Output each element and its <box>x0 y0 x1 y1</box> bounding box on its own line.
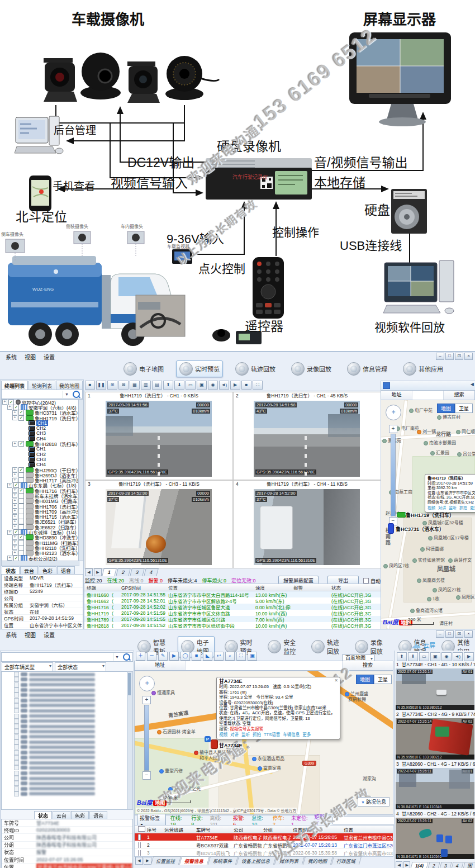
zoom-out-icon[interactable]: − <box>142 771 151 780</box>
video-toolbar-icon[interactable]: ❚❚ <box>96 381 106 390</box>
expand-icon[interactable] <box>12 488 17 493</box>
map-toolbar-icon[interactable]: ⛶ <box>236 652 246 661</box>
pager-right-icon[interactable]: ▶ <box>94 568 102 576</box>
tree-item[interactable]: CH3 <box>2 431 79 436</box>
expand-icon[interactable] <box>12 504 17 509</box>
video-toolbar-icon[interactable]: ▤ <box>152 381 162 390</box>
expand-icon[interactable] <box>12 540 17 545</box>
vehicle-list-item[interactable] <box>2 708 127 713</box>
bottom-tab[interactable]: 媒体列表 <box>274 856 305 865</box>
map-view[interactable]: ✛ + − 地图 卫星 恒通家具青兰高速石源园林·烤全羊榆中县人民法院和平人民法… <box>134 671 393 815</box>
expand-icon[interactable] <box>7 530 12 535</box>
video-toolbar-icon[interactable]: ▭ <box>419 652 429 661</box>
popup-link[interactable]: TTS语音 <box>264 732 280 737</box>
table-row[interactable]: 鲁HH1789（2017-09-28 14:51:55 山东省济宁市任城区任兴路… <box>84 616 381 622</box>
checkbox[interactable] <box>14 791 19 796</box>
video-thumbnail[interactable]: 1甘A7734E - CH1 - 4G - 10 KB/S / 759 KB 2… <box>395 661 475 710</box>
map-toolbar-icon[interactable]: － <box>147 652 156 661</box>
address-button[interactable]: 地址 <box>135 661 186 670</box>
tabs-right-icon[interactable]: ▶ <box>144 857 151 865</box>
tree-item[interactable]: 泰松公司(2/2) <box>2 556 79 561</box>
video-toolbar-icon[interactable]: ◄) <box>453 652 463 661</box>
map-toolbar-icon[interactable]: ◣ <box>203 652 212 661</box>
map-zoom-slider[interactable]: + − <box>390 425 397 525</box>
video-toolbar-icon[interactable]: ⛶ <box>253 381 263 390</box>
expand-icon[interactable] <box>7 556 12 561</box>
toolbar-button[interactable]: 信息管理 <box>344 361 391 377</box>
map-toolbar-icon[interactable]: ◯ <box>180 652 190 661</box>
map-toolbar-icon[interactable]: ＋ <box>136 652 145 661</box>
collapse-icon[interactable]: ◀ <box>471 382 474 387</box>
video-toolbar-icon[interactable]: ▥ <box>141 381 151 390</box>
map-mode-button[interactable]: 地图 <box>356 675 374 684</box>
map-view[interactable]: ✛ + − 地图 卫星 电厂中苑博古庄村电厂南苑刘一锅龙行路同仁顺科医院景嘉苑南… <box>381 400 475 629</box>
video-toolbar-icon[interactable]: ⊠ <box>118 381 129 390</box>
checkbox[interactable] <box>14 734 19 739</box>
vehicle-list-item[interactable] <box>2 755 127 760</box>
video-toolbar-icon[interactable]: ⊞ <box>107 381 117 390</box>
video-toolbar-icon[interactable]: ◄) <box>219 381 229 390</box>
vehicle-list-item[interactable] <box>2 750 127 755</box>
vehicle-marker-green[interactable] <box>397 512 406 518</box>
video-toolbar-icon[interactable]: ▣ <box>430 652 440 661</box>
window-control-button[interactable]: – <box>436 353 444 360</box>
vehicle-list-item[interactable] <box>2 729 127 734</box>
checkbox[interactable] <box>14 765 19 770</box>
checkbox[interactable] <box>18 415 24 421</box>
expand-icon[interactable] <box>7 405 12 410</box>
expand-icon[interactable] <box>12 524 17 529</box>
checkbox[interactable] <box>14 776 19 781</box>
map-pan-control[interactable]: ✛ <box>139 676 155 691</box>
table-row[interactable]: 鲁HH1719（2017-09-28 14:51:59 山东省济宁市市中区文体南… <box>84 610 381 616</box>
close-icon[interactable]: ✕ <box>334 678 338 683</box>
window-control-button[interactable]: × <box>464 353 473 360</box>
video-toolbar-icon[interactable]: ▦ <box>130 381 140 390</box>
expand-icon[interactable] <box>2 400 7 405</box>
alarm-table-row[interactable]: 1 甘A7734E陕西春晖电子 陕西春晖电子2022-07-07 15:26:0… <box>135 833 393 841</box>
pager-tab[interactable]: 2 <box>116 568 131 576</box>
satellite-mode-button[interactable]: 卫星 <box>455 404 473 413</box>
video-toolbar-icon[interactable]: ◉ <box>441 652 452 661</box>
checkbox[interactable] <box>14 729 19 734</box>
video-toolbar-icon[interactable]: ▶ <box>230 381 240 390</box>
window-control-button[interactable]: ⊡ <box>455 353 463 360</box>
vehicle-list-item[interactable] <box>2 692 127 698</box>
video-toolbar-icon[interactable]: ◉ <box>208 381 218 390</box>
expand-icon[interactable] <box>12 509 17 514</box>
table-row[interactable]: 鲁HH1660（2017-09-28 14:51:55 山东省济宁市市中区太白西… <box>84 591 381 597</box>
map-toolbar-icon[interactable]: ✎ <box>158 652 168 661</box>
video-toolbar-icon[interactable]: ■ <box>85 381 95 390</box>
vehicle-list-item[interactable] <box>2 713 127 718</box>
terminal-search-box[interactable]: ▼ <box>1 390 83 399</box>
address-input[interactable] <box>186 661 343 670</box>
bottom-tab[interactable]: 位置监控 <box>151 856 181 865</box>
vehicle-list-item[interactable] <box>2 791 127 796</box>
checkbox[interactable] <box>14 760 19 765</box>
menu-item[interactable]: 系统 <box>6 630 17 638</box>
pager-left-icon[interactable]: ◀ <box>85 568 93 576</box>
pager-right-icon[interactable]: ▶ <box>403 861 410 868</box>
checkbox[interactable] <box>14 755 19 760</box>
expand-icon[interactable] <box>12 467 17 472</box>
video-panel[interactable]: 4 鲁HH1719（洗扫车） - CH4 - 11 KB/S 2017-09-2… <box>233 480 381 568</box>
pager-tab[interactable]: 1 <box>102 568 117 576</box>
vehicle-list-item[interactable] <box>2 771 127 776</box>
expand-icon[interactable] <box>12 478 17 483</box>
checkbox[interactable] <box>363 578 369 584</box>
alarm-table-row[interactable]: 3 粤BDV14周枝飞广东省畅鹏物 广东省畅鹏物2022-06-30 15:39… <box>135 849 393 857</box>
vehicle-marker-red[interactable] <box>211 739 218 749</box>
checkbox[interactable] <box>14 703 19 708</box>
vehicle-marker-label[interactable]: 甘A7734E <box>219 742 243 749</box>
bottom-tab[interactable]: 系统事件 <box>208 856 238 865</box>
video-toolbar-icon[interactable]: ⬇ <box>408 652 418 661</box>
thumbnail-tab[interactable]: 4 <box>451 862 463 868</box>
vehicle-list-item[interactable] <box>2 687 127 692</box>
alarm-table-row[interactable]: 2 粤BGK937双建广东省畅鹏物 广东省畅鹏物2022-07-07 15:26… <box>135 841 393 849</box>
filter-select[interactable]: 全部车辆类型 <box>2 662 53 672</box>
map-pan-control[interactable]: ✛ <box>386 405 401 420</box>
checkbox[interactable] <box>18 441 24 447</box>
select-all-checkbox[interactable] <box>138 826 145 832</box>
video-panel[interactable]: 1 鲁HH1719（洗扫车） - CH1 - 0 KB/S 2017-09-28… <box>85 392 233 480</box>
chevron-down-icon[interactable]: ▼ <box>63 391 70 398</box>
thumbnail-tab[interactable]: 3 <box>440 862 452 868</box>
